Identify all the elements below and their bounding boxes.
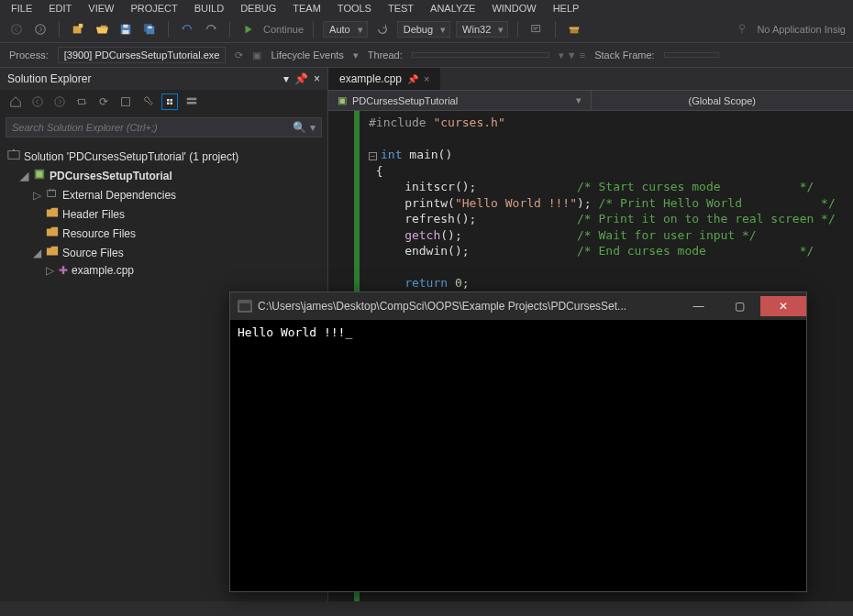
properties-icon[interactable] — [139, 94, 156, 110]
platform-combo[interactable]: Win32 — [456, 21, 508, 38]
menu-item-team[interactable]: TEAM — [293, 3, 321, 14]
save-icon[interactable] — [116, 20, 135, 38]
menu-item-test[interactable]: TEST — [388, 3, 414, 14]
separator — [313, 21, 314, 38]
svg-point-1 — [36, 25, 46, 35]
svg-rect-11 — [570, 27, 580, 29]
example-cpp-node[interactable]: ▷ ✚ example.cpp — [7, 262, 320, 279]
svg-rect-29 — [238, 301, 251, 303]
folder-icon — [46, 206, 59, 222]
console-titlebar[interactable]: C:\Users\james\Desktop\CompSci\OOPS\Exam… — [230, 292, 806, 320]
close-button[interactable]: ✕ — [760, 296, 806, 316]
solution-explorer-toolbar: ⟳ — [0, 90, 327, 114]
solution-search[interactable]: 🔍 ▾ — [6, 117, 322, 138]
expand-arrow-icon[interactable]: ◢ — [33, 247, 42, 259]
lifecycle-label[interactable]: Lifecycle Events — [271, 50, 343, 60]
console-title-path: C:\Users\james\Desktop\CompSci\OOPS\Exam… — [258, 300, 678, 313]
minimize-button[interactable]: — — [678, 296, 719, 316]
scope-global[interactable]: (Global Scope) — [592, 91, 854, 110]
config-combo[interactable]: Auto — [323, 21, 368, 38]
menu-item-edit[interactable]: EDIT — [49, 3, 72, 14]
scope-project[interactable]: ▣ PDCursesSetupTutorial ▾ — [328, 91, 592, 110]
maximize-button[interactable]: ▢ — [719, 296, 760, 316]
expand-arrow-icon[interactable]: ◢ — [20, 170, 29, 182]
open-icon[interactable] — [93, 20, 111, 38]
pin-icon[interactable]: 📌 — [294, 72, 308, 85]
menu-item-view[interactable]: VIEW — [88, 3, 114, 14]
header-files-node[interactable]: Header Files — [7, 204, 320, 224]
svg-rect-17 — [167, 99, 170, 102]
dropdown-icon[interactable]: ▾ — [283, 72, 289, 85]
svg-rect-24 — [13, 149, 15, 151]
refresh-icon[interactable] — [373, 20, 392, 38]
sync-icon[interactable] — [73, 94, 90, 110]
svg-rect-21 — [187, 98, 197, 101]
svg-rect-20 — [171, 103, 173, 105]
editor-tabbar: example.cpp 📌 × — [328, 68, 853, 91]
process-selector[interactable]: [3900] PDCursesSetupTutorial.exe — [58, 47, 227, 63]
back-button[interactable] — [7, 20, 26, 38]
menu-item-tools[interactable]: TOOLS — [338, 3, 371, 14]
back-nav-icon[interactable] — [29, 94, 46, 110]
cpp-file-icon: ✚ — [59, 264, 68, 277]
expand-arrow-icon[interactable]: ▷ — [33, 189, 42, 202]
app-insights-icon[interactable] — [733, 20, 751, 38]
stack-label: Stack Frame: — [594, 50, 654, 60]
redo-icon[interactable] — [202, 20, 220, 38]
fwd-nav-icon[interactable] — [51, 94, 68, 110]
continue-label[interactable]: Continue — [263, 24, 304, 35]
save-all-icon[interactable] — [140, 20, 159, 38]
undo-icon[interactable] — [178, 20, 196, 38]
cpp-scope-icon: ▣ — [338, 94, 347, 106]
toolbox-icon[interactable] — [565, 20, 583, 38]
pin-icon[interactable]: 📌 — [407, 74, 418, 84]
menu-item-project[interactable]: PROJECT — [130, 3, 177, 14]
menu-item-analyze[interactable]: ANALYZE — [430, 3, 475, 14]
menu-item-window[interactable]: WINDOW — [492, 3, 536, 14]
solution-icon — [7, 148, 20, 164]
ext-deps-label: External Dependencies — [62, 189, 176, 202]
svg-rect-22 — [187, 102, 197, 104]
solution-tree: Solution 'PDCursesSetupTutorial' (1 proj… — [0, 141, 327, 284]
menu-item-help[interactable]: HELP — [553, 3, 580, 14]
thread-label: Thread: — [368, 50, 403, 60]
menu-item-debug[interactable]: DEBUG — [240, 3, 276, 14]
lifecycle-icon[interactable]: ▣ — [252, 50, 261, 61]
refresh-process-icon[interactable]: ⟳ — [235, 50, 243, 61]
source-files-node[interactable]: ◢ Source Files — [7, 243, 320, 262]
continue-icon[interactable] — [239, 20, 258, 38]
home-icon[interactable] — [7, 94, 24, 110]
folder-icon — [46, 245, 59, 260]
menu-item-build[interactable]: BUILD — [194, 3, 224, 14]
menu-item-file[interactable]: FILE — [11, 3, 32, 14]
expand-arrow-icon[interactable]: ▷ — [46, 264, 55, 277]
find-icon[interactable] — [527, 20, 546, 38]
svg-rect-3 — [79, 24, 83, 28]
forward-button[interactable] — [31, 20, 50, 38]
svg-rect-23 — [8, 151, 19, 160]
console-window[interactable]: C:\Users\james\Desktop\CompSci\OOPS\Exam… — [229, 292, 807, 592]
show-all-files-icon[interactable] — [161, 94, 178, 110]
close-icon[interactable]: × — [314, 72, 320, 85]
editor-tab[interactable]: example.cpp 📌 × — [328, 68, 441, 90]
solution-node[interactable]: Solution 'PDCursesSetupTutorial' (1 proj… — [7, 147, 320, 166]
project-node[interactable]: ◢ PDCursesSetupTutorial — [7, 166, 320, 185]
refresh-tree-icon[interactable]: ⟳ — [95, 94, 112, 110]
external-deps-node[interactable]: ▷ External Dependencies — [7, 185, 320, 204]
separator — [168, 21, 169, 38]
close-icon[interactable]: × — [424, 73, 429, 84]
window-buttons: — ▢ ✕ — [678, 296, 806, 316]
collapse-icon[interactable] — [117, 94, 134, 110]
svg-rect-6 — [123, 30, 129, 34]
solution-explorer-title: Solution Explorer — [7, 72, 91, 85]
view-mode-icon[interactable] — [183, 94, 200, 110]
resource-files-node[interactable]: Resource Files — [7, 224, 320, 243]
new-project-icon[interactable] — [69, 20, 87, 38]
thread-selector[interactable] — [412, 52, 549, 58]
example-cpp-label: example.cpp — [72, 264, 134, 277]
solution-config-combo[interactable]: Debug — [397, 21, 450, 38]
search-icon[interactable]: 🔍 — [293, 121, 306, 134]
solution-search-input[interactable] — [12, 122, 293, 133]
no-app-insights-label: No Application Insig — [757, 24, 846, 35]
stackframe-selector[interactable] — [664, 52, 719, 58]
